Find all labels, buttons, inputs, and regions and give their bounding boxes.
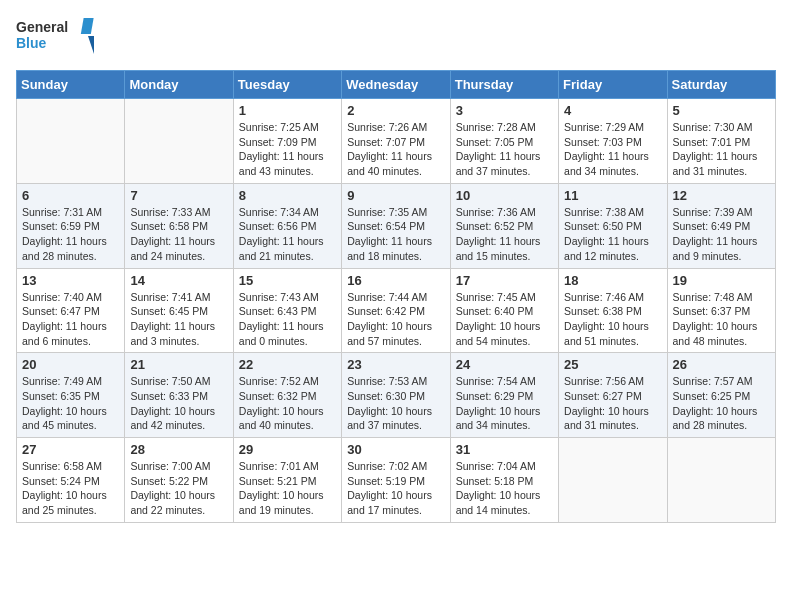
calendar-cell: 30Sunrise: 7:02 AM Sunset: 5:19 PM Dayli… (342, 438, 450, 523)
column-header-thursday: Thursday (450, 71, 558, 99)
logo-svg: General Blue (16, 16, 96, 58)
day-info: Sunrise: 7:28 AM Sunset: 7:05 PM Dayligh… (456, 120, 553, 179)
day-info: Sunrise: 7:45 AM Sunset: 6:40 PM Dayligh… (456, 290, 553, 349)
calendar-cell: 29Sunrise: 7:01 AM Sunset: 5:21 PM Dayli… (233, 438, 341, 523)
calendar-week-row: 6Sunrise: 7:31 AM Sunset: 6:59 PM Daylig… (17, 183, 776, 268)
column-header-sunday: Sunday (17, 71, 125, 99)
day-info: Sunrise: 7:33 AM Sunset: 6:58 PM Dayligh… (130, 205, 227, 264)
day-info: Sunrise: 7:02 AM Sunset: 5:19 PM Dayligh… (347, 459, 444, 518)
day-number: 25 (564, 357, 661, 372)
calendar-cell: 18Sunrise: 7:46 AM Sunset: 6:38 PM Dayli… (559, 268, 667, 353)
calendar-cell: 6Sunrise: 7:31 AM Sunset: 6:59 PM Daylig… (17, 183, 125, 268)
day-info: Sunrise: 7:54 AM Sunset: 6:29 PM Dayligh… (456, 374, 553, 433)
calendar-cell: 20Sunrise: 7:49 AM Sunset: 6:35 PM Dayli… (17, 353, 125, 438)
calendar-cell: 2Sunrise: 7:26 AM Sunset: 7:07 PM Daylig… (342, 99, 450, 184)
svg-text:Blue: Blue (16, 35, 47, 51)
day-number: 26 (673, 357, 770, 372)
calendar-cell: 13Sunrise: 7:40 AM Sunset: 6:47 PM Dayli… (17, 268, 125, 353)
day-info: Sunrise: 7:56 AM Sunset: 6:27 PM Dayligh… (564, 374, 661, 433)
day-number: 3 (456, 103, 553, 118)
calendar-cell: 26Sunrise: 7:57 AM Sunset: 6:25 PM Dayli… (667, 353, 775, 438)
day-info: Sunrise: 7:25 AM Sunset: 7:09 PM Dayligh… (239, 120, 336, 179)
calendar-header-row: SundayMondayTuesdayWednesdayThursdayFrid… (17, 71, 776, 99)
calendar-cell: 10Sunrise: 7:36 AM Sunset: 6:52 PM Dayli… (450, 183, 558, 268)
day-info: Sunrise: 7:38 AM Sunset: 6:50 PM Dayligh… (564, 205, 661, 264)
day-info: Sunrise: 7:34 AM Sunset: 6:56 PM Dayligh… (239, 205, 336, 264)
calendar-cell: 25Sunrise: 7:56 AM Sunset: 6:27 PM Dayli… (559, 353, 667, 438)
day-info: Sunrise: 7:43 AM Sunset: 6:43 PM Dayligh… (239, 290, 336, 349)
day-number: 23 (347, 357, 444, 372)
calendar-cell: 7Sunrise: 7:33 AM Sunset: 6:58 PM Daylig… (125, 183, 233, 268)
day-number: 20 (22, 357, 119, 372)
day-info: Sunrise: 7:36 AM Sunset: 6:52 PM Dayligh… (456, 205, 553, 264)
calendar-cell: 28Sunrise: 7:00 AM Sunset: 5:22 PM Dayli… (125, 438, 233, 523)
logo: General Blue (16, 16, 96, 58)
day-info: Sunrise: 7:01 AM Sunset: 5:21 PM Dayligh… (239, 459, 336, 518)
calendar-week-row: 20Sunrise: 7:49 AM Sunset: 6:35 PM Dayli… (17, 353, 776, 438)
calendar-cell (667, 438, 775, 523)
calendar-cell: 17Sunrise: 7:45 AM Sunset: 6:40 PM Dayli… (450, 268, 558, 353)
day-info: Sunrise: 7:50 AM Sunset: 6:33 PM Dayligh… (130, 374, 227, 433)
calendar-cell: 1Sunrise: 7:25 AM Sunset: 7:09 PM Daylig… (233, 99, 341, 184)
calendar-cell: 19Sunrise: 7:48 AM Sunset: 6:37 PM Dayli… (667, 268, 775, 353)
calendar-cell (125, 99, 233, 184)
column-header-saturday: Saturday (667, 71, 775, 99)
day-number: 11 (564, 188, 661, 203)
column-header-wednesday: Wednesday (342, 71, 450, 99)
day-number: 1 (239, 103, 336, 118)
column-header-friday: Friday (559, 71, 667, 99)
day-info: Sunrise: 7:52 AM Sunset: 6:32 PM Dayligh… (239, 374, 336, 433)
day-number: 29 (239, 442, 336, 457)
day-number: 17 (456, 273, 553, 288)
day-number: 5 (673, 103, 770, 118)
day-info: Sunrise: 7:46 AM Sunset: 6:38 PM Dayligh… (564, 290, 661, 349)
day-info: Sunrise: 6:58 AM Sunset: 5:24 PM Dayligh… (22, 459, 119, 518)
column-header-tuesday: Tuesday (233, 71, 341, 99)
calendar-cell: 3Sunrise: 7:28 AM Sunset: 7:05 PM Daylig… (450, 99, 558, 184)
day-info: Sunrise: 7:31 AM Sunset: 6:59 PM Dayligh… (22, 205, 119, 264)
calendar-cell: 21Sunrise: 7:50 AM Sunset: 6:33 PM Dayli… (125, 353, 233, 438)
svg-text:General: General (16, 19, 68, 35)
page-header: General Blue (16, 16, 776, 58)
calendar-cell: 4Sunrise: 7:29 AM Sunset: 7:03 PM Daylig… (559, 99, 667, 184)
calendar-cell: 11Sunrise: 7:38 AM Sunset: 6:50 PM Dayli… (559, 183, 667, 268)
day-info: Sunrise: 7:44 AM Sunset: 6:42 PM Dayligh… (347, 290, 444, 349)
calendar-cell: 15Sunrise: 7:43 AM Sunset: 6:43 PM Dayli… (233, 268, 341, 353)
day-number: 16 (347, 273, 444, 288)
day-number: 14 (130, 273, 227, 288)
day-info: Sunrise: 7:26 AM Sunset: 7:07 PM Dayligh… (347, 120, 444, 179)
day-info: Sunrise: 7:53 AM Sunset: 6:30 PM Dayligh… (347, 374, 444, 433)
day-number: 31 (456, 442, 553, 457)
day-number: 4 (564, 103, 661, 118)
day-number: 8 (239, 188, 336, 203)
day-number: 28 (130, 442, 227, 457)
calendar-cell: 14Sunrise: 7:41 AM Sunset: 6:45 PM Dayli… (125, 268, 233, 353)
day-number: 18 (564, 273, 661, 288)
calendar-cell: 5Sunrise: 7:30 AM Sunset: 7:01 PM Daylig… (667, 99, 775, 184)
day-info: Sunrise: 7:48 AM Sunset: 6:37 PM Dayligh… (673, 290, 770, 349)
calendar-cell: 31Sunrise: 7:04 AM Sunset: 5:18 PM Dayli… (450, 438, 558, 523)
day-info: Sunrise: 7:41 AM Sunset: 6:45 PM Dayligh… (130, 290, 227, 349)
day-info: Sunrise: 7:39 AM Sunset: 6:49 PM Dayligh… (673, 205, 770, 264)
day-info: Sunrise: 7:35 AM Sunset: 6:54 PM Dayligh… (347, 205, 444, 264)
day-number: 2 (347, 103, 444, 118)
day-number: 13 (22, 273, 119, 288)
calendar-week-row: 1Sunrise: 7:25 AM Sunset: 7:09 PM Daylig… (17, 99, 776, 184)
calendar-cell: 24Sunrise: 7:54 AM Sunset: 6:29 PM Dayli… (450, 353, 558, 438)
day-info: Sunrise: 7:40 AM Sunset: 6:47 PM Dayligh… (22, 290, 119, 349)
day-info: Sunrise: 7:29 AM Sunset: 7:03 PM Dayligh… (564, 120, 661, 179)
day-number: 27 (22, 442, 119, 457)
day-number: 21 (130, 357, 227, 372)
day-info: Sunrise: 7:00 AM Sunset: 5:22 PM Dayligh… (130, 459, 227, 518)
calendar-week-row: 27Sunrise: 6:58 AM Sunset: 5:24 PM Dayli… (17, 438, 776, 523)
day-info: Sunrise: 7:30 AM Sunset: 7:01 PM Dayligh… (673, 120, 770, 179)
calendar-table: SundayMondayTuesdayWednesdayThursdayFrid… (16, 70, 776, 523)
day-number: 24 (456, 357, 553, 372)
calendar-cell: 9Sunrise: 7:35 AM Sunset: 6:54 PM Daylig… (342, 183, 450, 268)
calendar-cell: 22Sunrise: 7:52 AM Sunset: 6:32 PM Dayli… (233, 353, 341, 438)
day-number: 6 (22, 188, 119, 203)
day-number: 12 (673, 188, 770, 203)
day-number: 10 (456, 188, 553, 203)
calendar-cell (559, 438, 667, 523)
calendar-cell: 12Sunrise: 7:39 AM Sunset: 6:49 PM Dayli… (667, 183, 775, 268)
